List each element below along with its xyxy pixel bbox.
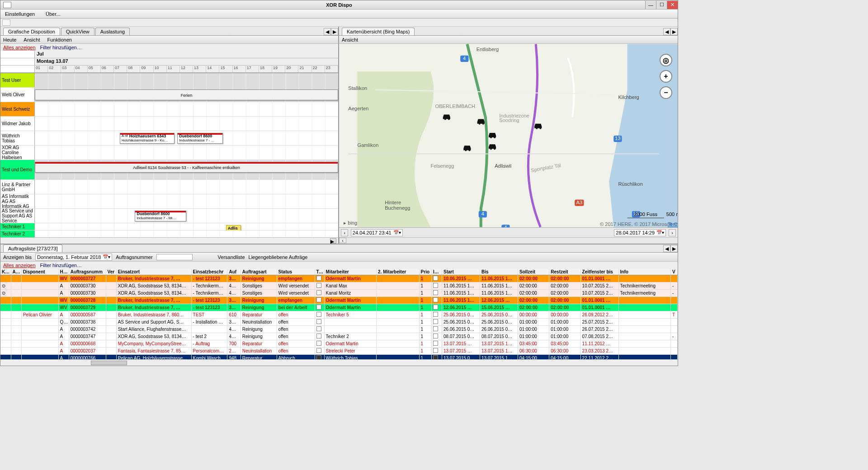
gantt-resource-name[interactable]: Linz & Partner GmbH (0, 180, 35, 194)
checkbox[interactable] (316, 341, 321, 346)
column-header[interactable]: Sollzeit (518, 269, 549, 275)
column-header[interactable]: V (671, 269, 678, 275)
checkbox[interactable] (316, 276, 321, 281)
map-zoom-in-icon[interactable]: + (660, 70, 672, 83)
column-header[interactable]: Start (442, 269, 480, 275)
gantt-lane[interactable] (35, 117, 338, 131)
checkbox[interactable] (433, 348, 438, 353)
map-tab-nav-right-icon[interactable]: ▶ (670, 28, 678, 35)
gantt-lane[interactable]: Adlis wil… (35, 223, 338, 230)
map-area[interactable]: Entlisberg Stallikon Aegerten Gamlikon O… (339, 44, 678, 227)
gantt-resource-name[interactable]: Techniker 2 (0, 230, 35, 237)
gantt-bar[interactable]: Ferien (35, 89, 338, 100)
date-to-next-icon[interactable]: › (669, 229, 676, 236)
gantt-lane[interactable] (35, 194, 338, 208)
tab-grafische-disposition[interactable]: Grafische Disposition (3, 28, 60, 35)
submenu-today[interactable]: Heute (3, 37, 16, 42)
column-header[interactable]: Info (618, 269, 671, 275)
column-header[interactable]: Kop (0, 269, 11, 275)
column-header[interactable]: Disponent (21, 269, 58, 275)
checkbox[interactable] (433, 326, 438, 331)
checkbox[interactable] (433, 355, 438, 359)
gantt-lane[interactable]: Duebendorf 8600Industriestrasse 7 - Mi… (35, 209, 338, 223)
checkbox[interactable] (316, 305, 321, 310)
maximize-button[interactable]: ☐ (656, 1, 667, 9)
link-leftover-orders[interactable]: Liegengebliebene Aufträge (249, 254, 308, 260)
gantt-resource-name[interactable]: Welti Oliver (0, 88, 35, 102)
tab-map-overview[interactable]: Kartenübersicht (Bing Maps) (342, 28, 415, 35)
column-header[interactable]: Im Aut (431, 269, 442, 275)
bottom-tab-nav-right-icon[interactable]: ▶ (670, 245, 678, 252)
date-from-prev-icon[interactable]: › (341, 229, 348, 236)
gantt-body[interactable]: Test UserWelti OliverFerienWest SchweizW… (0, 73, 338, 244)
gantt-bar[interactable]: Duebendorf 8600Industriestrasse 7 - Mi… (135, 211, 186, 221)
tab-nav-right-icon[interactable]: ▶ (331, 28, 338, 35)
filter-add[interactable]: Filter hinzufügen… (40, 45, 82, 50)
gantt-bar[interactable]: Duebendorf 8600Industriestrasse 7 - … (177, 133, 223, 144)
table-row[interactable]: A0000000668MyCompany, MyCompanyStree…- A… (0, 340, 678, 348)
column-header[interactable]: Status (277, 269, 315, 275)
column-header[interactable]: Tel. (315, 269, 324, 275)
toolbar-icon[interactable] (2, 19, 10, 26)
column-header[interactable]: Ver (106, 269, 116, 275)
column-header[interactable]: Prio (419, 269, 431, 275)
date-from-input[interactable]: 24.04.2017 23:41 📅▾ (351, 229, 403, 236)
column-header[interactable]: Auftragsnumm (69, 269, 106, 275)
table-row[interactable]: Pelican OlivierA0000000587Bruker, Indust… (0, 311, 678, 319)
checkbox[interactable] (433, 305, 438, 310)
gantt-resource-name[interactable]: Wüthrich Tobias (0, 131, 35, 145)
column-header[interactable]: Restzeit (549, 269, 580, 275)
checkbox[interactable] (316, 348, 321, 353)
menu-settings[interactable]: Einstellungen (2, 10, 38, 18)
map-submenu-view[interactable]: Ansicht (342, 37, 358, 42)
table-row[interactable]: A0000003742Start Alliance, Flughafenstra… (0, 326, 678, 333)
gantt-resource-name[interactable]: AS Service und Support AG AS Service (0, 209, 35, 223)
column-header[interactable]: Auf (227, 269, 241, 275)
table-row[interactable]: WV0000003727Bruker, Industriestrasse 7, … (0, 275, 678, 282)
gantt-resource-name[interactable]: West Schweiz (0, 102, 35, 116)
column-header[interactable]: Abh (11, 269, 21, 275)
table-row[interactable]: Q…0000003738AS Service und Support AG, S… (0, 319, 678, 326)
checkbox[interactable] (316, 283, 321, 288)
checkbox[interactable] (316, 334, 321, 338)
checkbox[interactable] (316, 312, 321, 317)
table-row[interactable]: ⊙A0000003730XOR AG, Soodstrasse 53, 8134… (0, 282, 678, 290)
tab-order-list[interactable]: Auftragsliste [273/273] (3, 244, 62, 252)
submenu-view[interactable]: Ansicht (24, 37, 40, 42)
checkbox[interactable] (316, 319, 321, 324)
bottom-h-scrollbar[interactable] (0, 359, 678, 366)
table-row[interactable]: WV0000003728Bruker, Industriestrasse 7, … (0, 297, 678, 304)
order-table-wrap[interactable]: KopAbhDisponentHerAuftragsnummVerEinsatz… (0, 269, 678, 359)
column-header[interactable]: Mitarbeiter (324, 269, 377, 275)
gantt-lane[interactable] (35, 230, 338, 237)
show-until-date-input[interactable]: Donnerstag, 1. Februar 2018 📅▾ (35, 254, 112, 261)
checkbox[interactable] (316, 326, 321, 331)
checkbox[interactable] (316, 355, 321, 359)
checkbox[interactable] (316, 290, 321, 295)
checkbox[interactable] (433, 334, 438, 338)
table-row[interactable]: A0000002037Fantasia, Fantasiestrasse 7, … (0, 348, 678, 355)
tab-nav-left-icon[interactable]: ◀ (324, 28, 331, 35)
gantt-resource-name[interactable]: Test und Demo (0, 160, 35, 179)
date-range-prev-icon[interactable]: ‹ (339, 238, 346, 243)
submenu-functions[interactable]: Funktionen (47, 37, 71, 42)
gantt-bar[interactable]: Adliswil 8134 Soodstrasse 53 - - Kaffeem… (35, 162, 338, 173)
link-versandliste[interactable]: Versandliste (218, 254, 245, 260)
gantt-lane[interactable]: Ferien (35, 88, 338, 102)
gantt-resource-name[interactable]: XOR AG Caroline Halbeisen (0, 146, 35, 160)
date-to-input[interactable]: 28.04.2017 14:29 📅▾ (614, 229, 666, 236)
tab-auslastung[interactable]: Auslastung (95, 28, 130, 35)
bottom-filter-add[interactable]: Filter hinzufügen… (40, 263, 82, 268)
table-row[interactable]: A0000000766Pelican AG, Holzhäusernstrass… (0, 355, 678, 360)
column-header[interactable]: 2. Mitarbeiter (377, 269, 420, 275)
table-row[interactable]: WV0000003729Bruker, Industriestrasse 7, … (0, 304, 678, 311)
gantt-resource-name[interactable]: Widmer Jakob (0, 117, 35, 131)
map-locate-icon[interactable]: ◎ (660, 54, 672, 66)
gantt-lane[interactable] (35, 102, 338, 116)
gantt-lane[interactable]: Adliswil 8134 Soodstrasse 53 - - Kaffeem… (35, 160, 338, 179)
column-header[interactable]: Zeitfenster bis (580, 269, 618, 275)
column-header[interactable]: Einsatzbeschr (191, 269, 227, 275)
close-button[interactable]: ✕ (667, 1, 678, 9)
checkbox[interactable] (433, 297, 438, 302)
gantt-lane[interactable]: A nfHolzhaeusern 6343Holzhäusernstrasse … (35, 131, 338, 145)
